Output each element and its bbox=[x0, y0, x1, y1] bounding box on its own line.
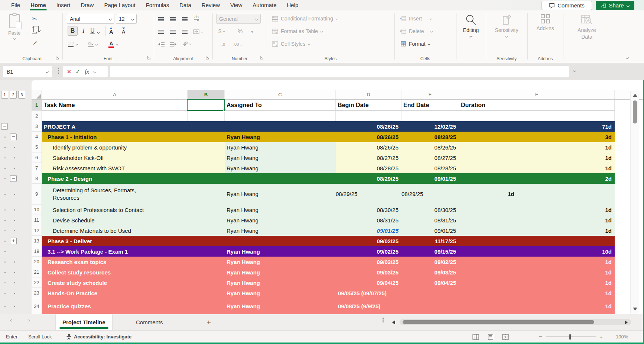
insert-cells-button[interactable]: Insert bbox=[400, 16, 432, 22]
cell-F7[interactable]: 1d bbox=[459, 163, 615, 173]
cell-A8[interactable]: Phase 2 - Design bbox=[42, 173, 188, 184]
currency-button[interactable]: $ bbox=[218, 26, 225, 36]
align-left-button[interactable] bbox=[158, 27, 164, 36]
row-header-1[interactable]: 1 bbox=[32, 100, 42, 111]
cell-A20[interactable]: Research exam topics bbox=[42, 257, 188, 267]
cell-D24[interactable]: 09/08/25 (9/9/25) bbox=[336, 298, 401, 314]
font-dialog-launcher[interactable] bbox=[147, 54, 151, 61]
cell-F12[interactable]: 1d bbox=[459, 225, 615, 236]
alignment-dialog-launcher[interactable] bbox=[206, 54, 209, 61]
cell-F6[interactable]: 1d bbox=[459, 152, 615, 163]
outline-collapse-button[interactable]: − bbox=[10, 134, 17, 140]
cell-B12[interactable] bbox=[188, 225, 225, 236]
cell-F2[interactable] bbox=[459, 111, 615, 121]
align-right-button[interactable] bbox=[182, 27, 188, 36]
row-header-10[interactable]: 10 bbox=[32, 205, 42, 215]
cell-B24[interactable] bbox=[188, 298, 225, 314]
cell-B11[interactable] bbox=[188, 215, 225, 225]
cell-C21[interactable]: Ryan Hwang bbox=[225, 267, 336, 277]
ribbon-tab-insert[interactable]: Insert bbox=[51, 0, 76, 10]
align-top-button[interactable] bbox=[158, 14, 164, 24]
fill-color-button[interactable] bbox=[88, 39, 98, 49]
cell-B21[interactable] bbox=[188, 267, 225, 277]
increase-font-button[interactable]: A bbox=[109, 26, 113, 36]
row-header-8[interactable]: 8 bbox=[32, 173, 42, 184]
row-header-21[interactable]: 21 bbox=[32, 267, 42, 277]
ribbon-tab-file[interactable]: File bbox=[6, 0, 25, 10]
column-header-A[interactable]: A bbox=[42, 90, 188, 99]
hscroll-right-arrow-icon[interactable] bbox=[625, 320, 628, 325]
row-header-19[interactable]: 19 bbox=[32, 246, 42, 257]
cell-F4[interactable]: 3d bbox=[459, 132, 615, 142]
column-header-F[interactable]: F bbox=[459, 90, 615, 99]
delete-cells-button[interactable]: Delete bbox=[400, 28, 433, 34]
vertical-scrollbar[interactable] bbox=[630, 91, 639, 314]
outline-level-3-button[interactable]: 3 bbox=[18, 91, 25, 99]
row-header-12[interactable]: 12 bbox=[32, 225, 42, 236]
cell-C12[interactable]: Ryan Hwang bbox=[225, 225, 336, 236]
cell-A23[interactable]: Hands-On Practice bbox=[42, 288, 188, 298]
ribbon-tab-formulas[interactable]: Formulas bbox=[141, 0, 175, 10]
cell-D3[interactable]: 08/26/25 bbox=[336, 121, 401, 132]
row-header-22[interactable]: 22 bbox=[32, 277, 42, 288]
cell-A9[interactable]: Determining of Sources, Formats, Resourc… bbox=[42, 184, 188, 205]
cell-C2[interactable] bbox=[225, 111, 336, 121]
expand-formula-bar-chevron[interactable] bbox=[573, 69, 576, 72]
outline-expand-button[interactable]: + bbox=[10, 238, 17, 244]
cell-C19[interactable]: Ryan Hwang bbox=[225, 246, 336, 257]
cell-F24[interactable]: 1d bbox=[459, 298, 615, 314]
decrease-decimal-button[interactable]: ←.0 bbox=[218, 39, 225, 49]
ribbon-tab-data[interactable]: Data bbox=[174, 0, 196, 10]
cell-F20[interactable]: 1d bbox=[459, 257, 615, 267]
sheet-tab-project-timeline[interactable]: Project Timeline bbox=[56, 314, 112, 330]
cell-E10[interactable]: 08/30/25 bbox=[401, 205, 459, 215]
cell-F1[interactable]: Duration bbox=[459, 100, 615, 111]
cell-F23[interactable]: 1d bbox=[459, 288, 615, 298]
cut-button[interactable]: ✂ bbox=[32, 14, 41, 23]
outline-collapse-button[interactable]: − bbox=[1, 123, 8, 130]
cell-E2[interactable] bbox=[401, 111, 459, 121]
cell-C3[interactable] bbox=[225, 121, 336, 132]
scroll-down-arrow-icon[interactable] bbox=[633, 308, 637, 311]
cell-C20[interactable]: Ryan Hwang bbox=[225, 257, 336, 267]
cell-E3[interactable]: 12/02/25 bbox=[401, 121, 459, 132]
enter-button[interactable]: ✓ bbox=[75, 68, 80, 75]
zoom-out-button[interactable]: − bbox=[539, 333, 542, 341]
cell-F22[interactable]: 1d bbox=[459, 277, 615, 288]
next-sheet-arrow-icon[interactable] bbox=[27, 319, 30, 322]
cell-D1[interactable]: Begin Date bbox=[336, 100, 401, 111]
cell-D8[interactable]: 08/29/25 bbox=[336, 173, 401, 184]
cell-A1[interactable]: Task Name bbox=[42, 100, 188, 111]
cell-B10[interactable] bbox=[188, 205, 225, 215]
sheet-options-dots-icon[interactable] bbox=[383, 318, 384, 322]
cell-A10[interactable]: Selection of Professionals to Contact bbox=[42, 205, 188, 215]
cell-E7[interactable]: 08/28/25 bbox=[401, 163, 459, 173]
ribbon-tab-automate[interactable]: Automate bbox=[247, 0, 282, 10]
font-size-select[interactable]: 12 bbox=[116, 14, 137, 24]
accessibility-status[interactable]: Accessibility: Investigate bbox=[66, 331, 131, 343]
cell-E8[interactable]: 09/01/25 bbox=[401, 173, 459, 184]
format-cells-button[interactable]: Format bbox=[400, 41, 430, 47]
cell-B9[interactable] bbox=[188, 184, 225, 205]
cell-E21[interactable]: 09/03/25 bbox=[401, 267, 459, 277]
prev-sheet-arrow-icon[interactable] bbox=[10, 319, 13, 322]
cell-E9[interactable]: 08/29/25 bbox=[401, 184, 459, 205]
row-header-24[interactable]: 24 bbox=[32, 298, 42, 314]
zoom-percentage[interactable]: 100% bbox=[616, 331, 628, 343]
cell-B7[interactable] bbox=[188, 163, 225, 173]
zoom-slider-thumb[interactable] bbox=[569, 334, 571, 340]
cell-D22[interactable]: 09/04/25 bbox=[336, 277, 401, 288]
cell-D10[interactable]: 08/30/25 bbox=[336, 205, 401, 215]
ribbon-tab-help[interactable]: Help bbox=[282, 0, 304, 10]
new-sheet-button[interactable]: + bbox=[204, 317, 214, 328]
name-box[interactable]: B1 bbox=[3, 66, 52, 77]
paste-button[interactable]: Paste bbox=[8, 14, 20, 39]
cell-E24[interactable] bbox=[401, 298, 459, 314]
cell-B4[interactable] bbox=[188, 132, 225, 142]
collapse-ribbon-chevron[interactable] bbox=[626, 56, 629, 59]
sensitivity-button[interactable]: Sensitivity bbox=[487, 14, 526, 37]
row-header-23[interactable]: 23 bbox=[32, 288, 42, 298]
zoom-slider[interactable] bbox=[546, 337, 596, 337]
column-header-D[interactable]: D bbox=[336, 90, 401, 99]
cell-E23[interactable] bbox=[401, 288, 459, 298]
